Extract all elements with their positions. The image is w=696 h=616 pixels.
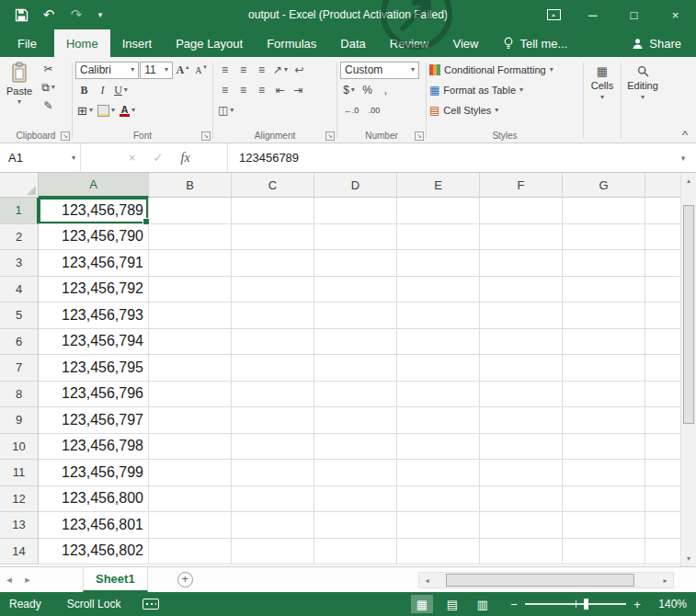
cell-10-partial[interactable] (645, 434, 680, 461)
cell-B3[interactable] (149, 250, 232, 277)
cell-D3[interactable] (314, 250, 397, 277)
cell-E7[interactable] (397, 355, 480, 382)
formula-bar-expand-button[interactable]: ▾ (670, 143, 696, 172)
cell-E10[interactable] (397, 434, 480, 461)
cell-C9[interactable] (232, 407, 314, 434)
cell-B2[interactable] (149, 224, 232, 251)
format-painter-button[interactable]: ✎ (40, 97, 57, 115)
cell-C8[interactable] (232, 382, 314, 408)
cell-D7[interactable] (314, 355, 397, 382)
align-center-button[interactable]: ≡ (234, 81, 252, 99)
cell-C13[interactable] (232, 512, 314, 539)
cell-G2[interactable] (563, 224, 645, 251)
share-button[interactable]: Share (617, 29, 696, 57)
view-page-break-button[interactable]: ▥ (472, 595, 494, 613)
cell-E8[interactable] (397, 382, 480, 408)
cell-11-partial[interactable] (645, 460, 680, 486)
cell-D2[interactable] (314, 224, 397, 251)
cell-G6[interactable] (563, 329, 645, 356)
tab-view[interactable]: View (440, 29, 490, 57)
sheet-nav-right-button[interactable]: ▸ (18, 574, 37, 586)
column-header-F[interactable]: F (480, 173, 563, 198)
number-dialog-launcher[interactable]: ↘ (415, 131, 424, 141)
cell-B6[interactable] (149, 329, 232, 356)
collapse-ribbon-button[interactable]: ^ (682, 129, 688, 141)
merge-center-button[interactable]: ◫▾ (216, 101, 235, 120)
cell-F13[interactable] (480, 512, 563, 539)
cell-B4[interactable] (149, 277, 232, 303)
editing-group-button[interactable]: Editing ▾ (622, 59, 664, 143)
align-right-button[interactable]: ≡ (253, 81, 270, 99)
vertical-scrollbar[interactable]: ▴ ▾ (680, 173, 696, 566)
cell-D13[interactable] (314, 512, 397, 539)
cell-A3[interactable]: 123,456,791 (39, 250, 149, 277)
row-header-11[interactable]: 11 (0, 460, 39, 486)
cell-C3[interactable] (232, 250, 314, 277)
tab-file[interactable]: File (0, 29, 54, 57)
cell-D8[interactable] (314, 382, 397, 408)
borders-button[interactable]: ⊞▾ (75, 101, 95, 120)
cell-F3[interactable] (480, 250, 563, 277)
cell-A13[interactable]: 123,456,801 (39, 512, 149, 539)
font-color-button[interactable]: A▾ (118, 101, 137, 120)
cell-C1[interactable] (232, 198, 314, 224)
cell-B9[interactable] (149, 407, 232, 434)
cell-A5[interactable]: 123,456,793 (39, 302, 149, 329)
view-page-layout-button[interactable]: ▤ (441, 595, 463, 613)
cell-B7[interactable] (149, 355, 232, 382)
cell-G1[interactable] (563, 198, 645, 224)
orientation-button[interactable]: ↗▾ (271, 61, 290, 79)
conditional-formatting-button[interactable]: Conditional Formatting ▾ (429, 60, 580, 80)
cell-G3[interactable] (563, 250, 645, 277)
minimize-button[interactable]: ─ (572, 0, 613, 29)
view-normal-button[interactable]: ▦ (411, 595, 433, 613)
cell-E11[interactable] (397, 460, 480, 486)
cell-D14[interactable] (314, 539, 397, 565)
decrease-indent-button[interactable]: ⇤ (271, 81, 289, 99)
cell-D9[interactable] (314, 407, 397, 434)
enter-button[interactable]: ✓ (154, 151, 164, 165)
column-header-G[interactable]: G (563, 173, 645, 198)
scroll-down-button[interactable]: ▾ (681, 551, 696, 566)
column-header-E[interactable]: E (397, 173, 480, 198)
fill-color-button[interactable]: ▾ (96, 101, 117, 120)
row-header-3[interactable]: 3 (0, 250, 39, 277)
cell-G12[interactable] (563, 486, 645, 513)
row-header-4[interactable]: 4 (0, 277, 39, 303)
percent-style-button[interactable]: % (359, 81, 376, 99)
cell-F10[interactable] (480, 434, 563, 461)
name-box[interactable]: A1 ▾ (0, 143, 81, 172)
cell-A11[interactable]: 123,456,799 (39, 460, 149, 486)
cell-A9[interactable]: 123,456,797 (39, 407, 149, 434)
row-header-1[interactable]: 1 (0, 198, 39, 224)
cell-E12[interactable] (397, 486, 480, 513)
horizontal-scroll-track[interactable] (435, 573, 657, 587)
align-left-button[interactable]: ≡ (216, 81, 234, 99)
cell-G11[interactable] (563, 460, 645, 486)
cell-F8[interactable] (480, 382, 563, 408)
cell-A7[interactable]: 123,456,795 (39, 355, 149, 382)
column-header-A[interactable]: A (39, 173, 149, 198)
insert-function-button[interactable]: fx (181, 151, 190, 165)
cell-F5[interactable] (480, 302, 563, 329)
cell-2-partial[interactable] (645, 224, 680, 251)
sheet-nav-left-button[interactable]: ◂ (0, 574, 18, 586)
column-header-C[interactable]: C (232, 173, 314, 198)
cell-A6[interactable]: 123,456,794 (39, 329, 149, 356)
customize-qat-button[interactable]: ▾ (94, 4, 107, 26)
cell-7-partial[interactable] (645, 355, 680, 382)
cell-A1[interactable]: 123,456,789 (39, 198, 149, 224)
cell-D5[interactable] (314, 302, 397, 329)
cell-E1[interactable] (397, 198, 480, 224)
cell-13-partial[interactable] (645, 512, 680, 539)
row-header-10[interactable]: 10 (0, 434, 39, 461)
cell-E6[interactable] (397, 329, 480, 356)
column-header-partial[interactable] (645, 173, 680, 198)
cell-E13[interactable] (397, 512, 480, 539)
macro-record-icon[interactable] (143, 599, 159, 610)
cell-G13[interactable] (563, 512, 645, 539)
cell-E3[interactable] (397, 250, 480, 277)
cell-C11[interactable] (232, 460, 314, 486)
cell-E5[interactable] (397, 302, 480, 329)
sheet-tab-sheet1[interactable]: Sheet1 (83, 567, 148, 592)
